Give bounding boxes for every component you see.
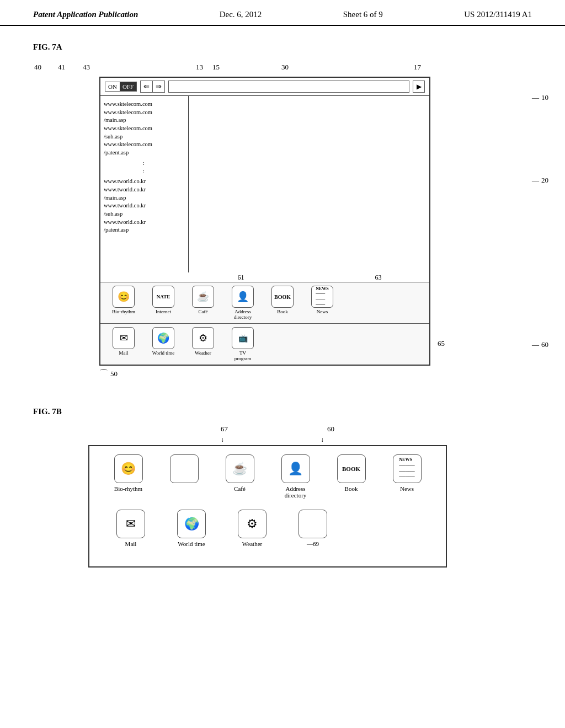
publication-title: Patent Application Publication [33,10,138,19]
fig7b-mail-label: Mail [125,540,137,547]
internet-label: Internet [156,309,171,314]
address-bar[interactable] [168,81,409,93]
ref-10-group: — 10 [532,93,548,102]
toolbar-row: ON OFF ⇐ ⇒ ▶ [100,78,429,96]
web-content-area [189,96,429,272]
fig7a-label: FIG. 7A [33,42,532,52]
ref-60-group: — 60 [532,340,548,349]
fig7b-label: FIG. 7B [33,407,532,416]
ref-41: 41 [58,63,65,72]
biorhythm-label: Bio-rhythm [112,309,135,314]
fig7b-blank2: —69 [282,510,343,547]
go-button[interactable]: ▶ [413,81,425,93]
cafe-label: Café [199,309,208,314]
history-item: www.tworld.co.kr/patent.asp [104,218,185,234]
fig7b-row1: 😊 Bio-rhythm ☕ Café 👤 Addressdirectory B… [100,454,435,499]
app-cafe[interactable]: ☕ Café [184,286,222,314]
fig7b-address-label: Addressdirectory [285,485,307,499]
fig7b-biorhythm-icon: 😊 [114,454,143,483]
fig7b-news-icon: NEWS─────────────── [393,454,422,483]
tvprogram-label: TVprogram [234,350,252,361]
ref-40: 40 [34,63,41,72]
fig7b-biorhythm-label: Bio-rhythm [114,485,142,492]
ref-43: 43 [83,63,90,72]
ref-30: 30 [281,63,289,72]
history-item: www.tworld.co.kr [104,178,185,186]
worldtime-icon: 🌍 [152,327,174,349]
fig7b-cafe-label: Café [234,485,246,492]
app-book[interactable]: BOOK Book [264,286,301,314]
mail-icon: ✉ [113,327,135,349]
ref-20-group: — 20 [532,176,548,185]
ref-67-label: 67 [221,425,228,433]
app-news[interactable]: NEWS───────── News [303,286,341,314]
fig7b-book-label: Book [345,485,358,492]
page-content: FIG. 7A 40 41 43 13 15 30 17 ON OFF [0,26,565,584]
fig7b-worldtime[interactable]: 🌍 World time [161,510,222,547]
ref-60-label: 60 [327,425,334,433]
ref-60: 60 [541,340,548,349]
history-item: www.sktelecom.com [104,100,185,109]
history-item: www.sktelecom.com/main.asp [104,109,185,125]
history-item: www.sktelecom.com/patent.asp [104,141,185,157]
fig7b-news[interactable]: NEWS─────────────── News [379,454,435,492]
fig7b-blank1 [156,454,212,492]
fig7b-worldtime-label: World time [178,540,205,547]
ref-50-group: ⌒ 50 [99,368,532,379]
ref-63: 63 [375,274,382,282]
fig7b-news-label: News [400,485,414,492]
app-weather[interactable]: ⚙ Weather [184,327,222,356]
app-tvprogram[interactable]: 📺 TVprogram [224,327,262,361]
fig7b-weather-label: Weather [242,540,262,547]
fig7a: FIG. 7A 40 41 43 13 15 30 17 ON OFF [33,42,532,379]
news-icon: NEWS───────── [311,286,333,308]
fig7b-weather-icon: ⚙ [238,510,266,538]
app-worldtime[interactable]: 🌍 World time [145,327,182,356]
fig7b-worldtime-icon: 🌍 [177,510,206,538]
weather-icon: ⚙ [192,327,214,349]
on-label[interactable]: ON [105,82,120,91]
address-label: Addressdirectory [234,309,252,320]
ref-17: 17 [414,63,421,72]
fig7b-mail[interactable]: ✉ Mail [100,510,161,547]
internet-icon: NATE [152,286,174,308]
forward-button[interactable]: ⇒ [153,81,164,92]
fig7b-cafe[interactable]: ☕ Café [212,454,268,492]
fig7b-blank2-icon [299,510,327,538]
history-item: www.tworld.co.kr/sub.asp [104,202,185,218]
publication-date: Dec. 6, 2012 [220,10,262,19]
book-icon: BOOK [271,286,294,308]
nav-buttons[interactable]: ⇐ ⇒ [140,81,165,93]
news-label: News [317,309,328,314]
app-mail[interactable]: ✉ Mail [105,327,142,356]
fig7b-book[interactable]: BOOK Book [323,454,379,492]
fig7b: FIG. 7B 67 60 ↓ ↓ 😊 Bio-rhythm [33,407,532,568]
app-bar-row1: 😊 Bio-rhythm NATE Internet ☕ Café 👤 [100,282,429,323]
ellipsis: :: [104,159,185,175]
tvprogram-icon: 📺 [232,327,254,349]
fig7b-address-icon: 👤 [281,454,310,483]
sheet-info: Sheet 6 of 9 [343,10,383,19]
mail-label: Mail [119,350,129,356]
fig7b-cafe-icon: ☕ [226,454,254,483]
history-item: www.sktelecom.com/sub.asp [104,125,185,141]
app-biorhythm[interactable]: 😊 Bio-rhythm [105,286,142,314]
off-label[interactable]: OFF [120,82,136,91]
fig7b-refs-top: 67 60 [88,425,447,433]
fig7b-arrows: ↓ ↓ [88,436,447,444]
back-button[interactable]: ⇐ [141,81,153,92]
app-address[interactable]: 👤 Addressdirectory [224,286,262,320]
fig7b-address[interactable]: 👤 Addressdirectory [268,454,323,499]
book-label: Book [277,309,288,314]
app-bar-row2: ✉ Mail 🌍 World time ⚙ Weather 📺 [100,323,429,365]
app-internet[interactable]: NATE Internet [145,286,182,314]
ref-20: 20 [541,176,548,185]
fig7b-book-icon: BOOK [337,454,366,483]
fig7b-biorhythm[interactable]: 😊 Bio-rhythm [100,454,156,492]
patent-number: US 2012/311419 A1 [464,10,532,19]
device-content: www.sktelecom.com www.sktelecom.com/main… [100,96,429,272]
fig7b-weather[interactable]: ⚙ Weather [222,510,282,547]
on-off-toggle[interactable]: ON OFF [105,82,137,92]
device-frame: ON OFF ⇐ ⇒ ▶ www.sktelecom.com www.s [99,77,430,366]
biorhythm-icon: 😊 [113,286,135,308]
